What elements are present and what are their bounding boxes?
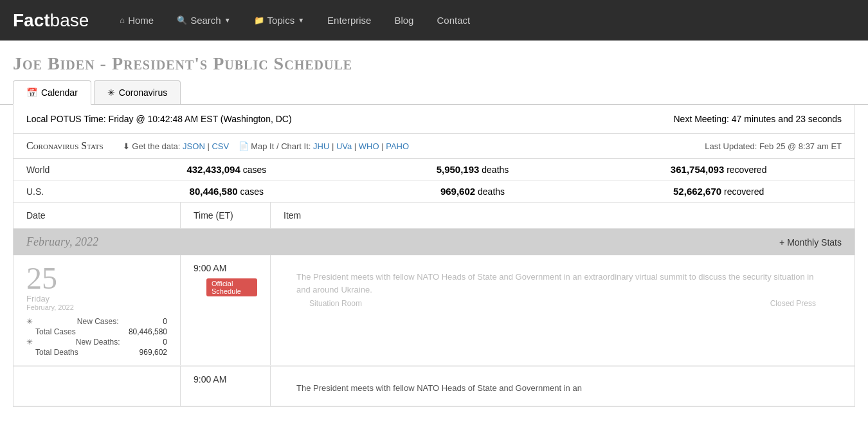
- nav-item-blog[interactable]: Blog: [383, 0, 425, 41]
- month-label: February, 2022: [26, 235, 98, 249]
- covid-last-updated: Last Updated: Feb 25 @ 8:37 am ET: [705, 141, 842, 151]
- total-deaths-label: Total Deaths: [26, 348, 78, 357]
- new-deaths-icon: ✳: [26, 338, 33, 347]
- event-press-1: Closed Press: [757, 299, 829, 314]
- total-cases-value: 80,446,580: [129, 327, 167, 336]
- schedule-header: Date Time (ET) Item: [14, 203, 854, 229]
- world-cases-label: cases: [243, 165, 267, 175]
- day-name: Friday: [26, 294, 167, 303]
- search-dropdown-arrow: ▼: [224, 0, 231, 41]
- brand-fact: Fact: [13, 10, 50, 30]
- covid-world-row: World 432,433,094 cases 5,950,193 deaths…: [14, 159, 854, 181]
- event-badge-1: Official Schedule: [194, 278, 257, 302]
- official-schedule-badge: Official Schedule: [206, 278, 257, 296]
- us-recovered-label: recovered: [724, 186, 764, 197]
- covid-us-row: U.S. 80,446,580 cases 969,602 deaths 52,…: [14, 181, 854, 202]
- nav-blog-label: Blog: [394, 0, 413, 41]
- nav-item-contact[interactable]: Contact: [425, 0, 482, 41]
- world-recovered-number: 361,754,093: [671, 164, 724, 175]
- tab-coronavirus-label: Coronavirus: [119, 87, 167, 98]
- folder-icon: 📁: [254, 0, 264, 41]
- us-cases: 80,446,580 cases: [104, 186, 350, 197]
- new-cases-icon: ✳: [26, 317, 33, 326]
- brand-base: base: [50, 10, 89, 30]
- covid-header: Coronavirus Stats ⬇ Get the data: JSON |…: [14, 134, 854, 159]
- world-recovered-label: recovered: [727, 165, 766, 175]
- day-stats: ✳ New Cases: 0 Total Cases 80,446,580 ✳ …: [26, 316, 167, 357]
- date-cell: 25 Friday February, 2022 ✳ New Cases: 0 …: [14, 255, 181, 365]
- local-time-label: Local POTUS Time: Friday @ 10:42:48 AM E…: [26, 114, 292, 124]
- new-cases-row: ✳ New Cases: 0: [26, 316, 167, 327]
- total-deaths-row: Total Deaths 969,602: [26, 347, 167, 357]
- nav-contact-label: Contact: [437, 0, 470, 41]
- day-date: February, 2022: [26, 303, 167, 311]
- table-row: 25 Friday February, 2022 ✳ New Cases: 0 …: [14, 255, 854, 366]
- time-cell-2: 9:00 AM: [181, 366, 271, 406]
- navbar: Factbase ⌂ Home 🔍 Search ▼ 📁 Topics ▼ En…: [0, 0, 868, 41]
- download-icon: ⬇: [123, 141, 130, 151]
- event-description-1: The President meets with fellow NATO Hea…: [284, 263, 842, 299]
- tab-bar: 📅 Calendar ✳ Coronavirus: [0, 80, 868, 105]
- get-data-label: Get the data:: [132, 141, 180, 151]
- who-link[interactable]: WHO: [359, 141, 379, 151]
- new-deaths-label: New Deaths:: [76, 338, 120, 347]
- nav-search-label: Search: [190, 0, 221, 41]
- external-link-icon: 📄: [239, 141, 249, 151]
- jhu-link[interactable]: JHU: [313, 141, 329, 151]
- event-cell-2: The President meets with fellow NATO Hea…: [271, 366, 854, 406]
- map-label: Map It / Chart It:: [251, 141, 311, 151]
- world-cases: 432,433,094 cases: [104, 164, 350, 175]
- world-label: World: [26, 165, 104, 175]
- event-location-1: Situation Room: [296, 299, 375, 314]
- total-deaths-value: 969,602: [140, 348, 167, 357]
- nav-item-search[interactable]: 🔍 Search ▼: [165, 0, 242, 41]
- header-item: Item: [271, 203, 854, 228]
- tab-coronavirus[interactable]: ✳ Coronavirus: [94, 80, 181, 104]
- header-time: Time (ET): [181, 203, 271, 228]
- tab-calendar[interactable]: 📅 Calendar: [13, 80, 91, 105]
- brand-logo[interactable]: Factbase: [13, 10, 89, 31]
- json-link[interactable]: JSON: [183, 141, 205, 151]
- date-cell-empty: [14, 366, 181, 406]
- event-description-2: The President meets with fellow NATO Hea…: [284, 374, 842, 398]
- us-recovered: 52,662,670 recovered: [595, 186, 842, 197]
- new-deaths-row: ✳ New Deaths: 0: [26, 337, 167, 347]
- covid-section: Coronavirus Stats ⬇ Get the data: JSON |…: [13, 134, 855, 203]
- calendar-icon: 📅: [26, 87, 37, 98]
- us-deaths: 969,602 deaths: [350, 186, 596, 197]
- event-time-1: 9:00 AM: [194, 263, 257, 273]
- csv-link[interactable]: CSV: [212, 141, 229, 151]
- nav-home-label: Home: [128, 0, 154, 41]
- paho-link[interactable]: PAHO: [386, 141, 409, 151]
- nav-item-topics[interactable]: 📁 Topics ▼: [242, 0, 316, 41]
- new-deaths-value: 0: [163, 338, 167, 347]
- topics-dropdown-arrow: ▼: [298, 0, 304, 41]
- next-meeting-label: Next Meeting: 47 minutes and 23 seconds: [674, 114, 842, 124]
- covid-data-links: ⬇ Get the data: JSON | CSV 📄 Map It / Ch…: [123, 141, 409, 151]
- nav-item-home[interactable]: ⌂ Home: [108, 0, 165, 41]
- home-icon: ⌂: [120, 0, 125, 41]
- coronavirus-icon: ✳: [107, 87, 115, 98]
- time-cell-1: 9:00 AM Official Schedule: [181, 255, 271, 365]
- month-row: February, 2022 + Monthly Stats: [14, 229, 854, 255]
- total-cases-row: Total Cases 80,446,580: [26, 327, 167, 337]
- new-cases-value: 0: [163, 317, 167, 326]
- world-recovered: 361,754,093 recovered: [595, 164, 842, 175]
- nav-enterprise-label: Enterprise: [327, 0, 371, 41]
- nav-topics-label: Topics: [267, 0, 295, 41]
- nav-item-enterprise[interactable]: Enterprise: [316, 0, 383, 41]
- main-content: Local POTUS Time: Friday @ 10:42:48 AM E…: [0, 105, 868, 420]
- nav-menu: ⌂ Home 🔍 Search ▼ 📁 Topics ▼ Enterprise …: [108, 0, 482, 41]
- us-cases-number: 80,446,580: [190, 186, 238, 197]
- info-bar: Local POTUS Time: Friday @ 10:42:48 AM E…: [13, 105, 855, 134]
- monthly-stats-button[interactable]: + Monthly Stats: [779, 237, 842, 248]
- us-recovered-number: 52,662,670: [673, 186, 721, 197]
- us-label: U.S.: [26, 186, 104, 197]
- tab-calendar-label: Calendar: [41, 87, 78, 98]
- uva-link[interactable]: UVa: [336, 141, 352, 151]
- new-cases-label: New Cases:: [77, 317, 119, 326]
- world-deaths-label: deaths: [482, 165, 509, 175]
- page-title: Joe Biden - President's Public Schedule: [0, 41, 868, 80]
- schedule-section: Date Time (ET) Item February, 2022 + Mon…: [13, 203, 855, 407]
- world-cases-number: 432,433,094: [186, 164, 240, 175]
